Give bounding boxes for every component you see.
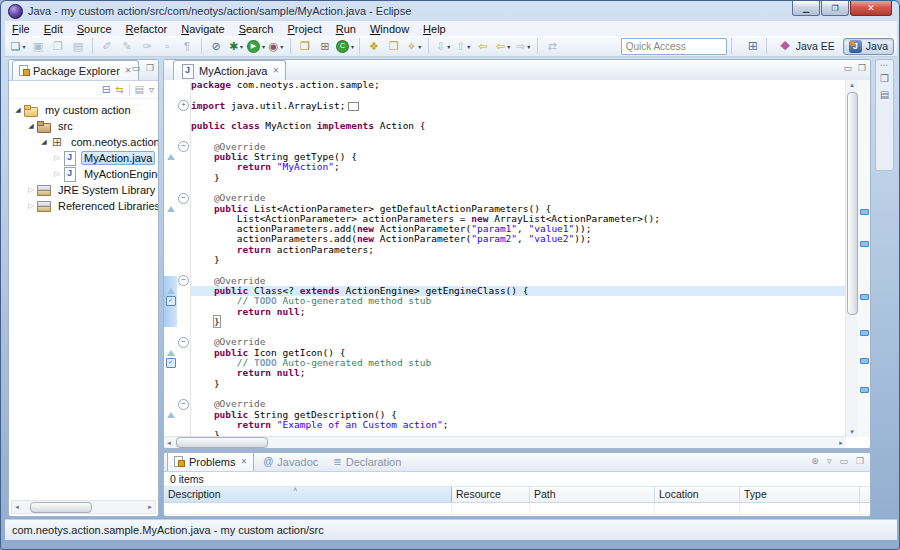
menu-source[interactable]: Source	[70, 23, 119, 35]
collapse-fold-icon[interactable]: −	[178, 193, 189, 204]
next-annotation-icon-dropdown[interactable]: ▾	[447, 43, 450, 50]
titlebar[interactable]: Java - my custom action/src/com/neotys/a…	[1, 1, 899, 21]
new-package-icon[interactable]: ⊞	[316, 37, 334, 55]
tab-package-explorer[interactable]: Package Explorer ✕	[12, 60, 139, 80]
drag-handle[interactable]: •••	[880, 62, 888, 68]
view-menu-arrow-icon[interactable]: ▿	[149, 84, 154, 95]
back-icon-dropdown[interactable]: ▾	[507, 43, 510, 50]
menu-help[interactable]: Help	[416, 23, 453, 35]
scroll-left-icon[interactable]: ◂	[12, 503, 22, 511]
editor-vscrollbar[interactable]: ▴ ▾	[845, 80, 858, 437]
column-header-resource[interactable]: Resource	[452, 487, 530, 502]
editor-hscrollbar[interactable]: ◂ ▸	[164, 436, 846, 448]
link-with-editor-icon[interactable]: ⇆	[115, 84, 123, 95]
minimize-view-icon[interactable]: ▭	[131, 63, 140, 73]
scroll-right-icon[interactable]: ▸	[836, 439, 846, 447]
new-class-icon[interactable]: C▾	[336, 37, 354, 55]
run-icon-dropdown[interactable]: ▾	[262, 43, 265, 50]
menu-edit[interactable]: Edit	[37, 23, 70, 35]
column-header-description[interactable]: Description˄	[164, 487, 452, 502]
hscroll-thumb[interactable]	[30, 502, 92, 513]
overview-marker[interactable]	[860, 387, 869, 393]
tab-myaction-java[interactable]: MyAction.java ✕	[173, 60, 286, 80]
menu-file[interactable]: File	[5, 23, 37, 35]
search-icon-dropdown[interactable]: ▾	[418, 43, 421, 50]
package-explorer-hscrollbar[interactable]: ◂ ▸	[11, 500, 156, 514]
menu-project[interactable]: Project	[281, 23, 329, 35]
perspective-java-ee[interactable]: ❖Java EE	[773, 38, 841, 55]
tree-item-my-custom-action[interactable]: ◢my custom action	[9, 102, 158, 118]
close-window-button[interactable]: ✕	[850, 1, 892, 16]
overview-marker[interactable]	[860, 294, 869, 300]
coverage-icon-dropdown[interactable]: ▾	[280, 43, 283, 50]
collapse-arrow-icon[interactable]: ◢	[39, 138, 49, 146]
minimize-view-icon[interactable]: ▭	[839, 456, 848, 466]
maximize-view-icon[interactable]: ❐	[146, 63, 154, 73]
back-icon[interactable]: ⇦▾	[494, 37, 512, 55]
menu-navigate[interactable]: Navigate	[174, 23, 231, 35]
menu-refactor[interactable]: Refactor	[119, 23, 175, 35]
collapse-all-icon[interactable]: ⊟	[102, 84, 110, 95]
minimize-window-button[interactable]: ▁	[792, 1, 820, 16]
new-wizard-icon-dropdown[interactable]: ▾	[22, 43, 25, 50]
tree-item-myactionengine-java[interactable]: ▷MyActionEngine.java	[9, 166, 158, 182]
menu-run[interactable]: Run	[329, 23, 363, 35]
minimize-editor-icon[interactable]: ▭	[843, 63, 852, 73]
tree-item-jre-system-library[interactable]: ▷JRE System Library [JavaSE-1.7	[9, 182, 158, 198]
close-icon[interactable]: ✕	[272, 66, 279, 75]
expand-arrow-icon[interactable]: ▷	[52, 154, 62, 162]
collapse-fold-icon[interactable]: −	[178, 399, 189, 410]
overview-marker[interactable]	[860, 330, 869, 336]
expand-arrow-icon[interactable]: ▷	[26, 186, 36, 194]
perspective-java[interactable]: JJava	[843, 38, 894, 55]
expand-arrow-icon[interactable]: ▷	[26, 202, 36, 210]
open-perspective-icon[interactable]: ⊞	[748, 39, 758, 53]
open-type-icon[interactable]: ❖	[365, 37, 383, 55]
folded-region-icon[interactable]	[348, 102, 359, 111]
scroll-left-icon[interactable]: ◂	[164, 439, 174, 447]
collapse-fold-icon[interactable]: −	[178, 337, 189, 348]
last-edit-location-icon[interactable]: ⇦	[474, 37, 492, 55]
restore-view-icon[interactable]: ❐	[880, 73, 889, 84]
hscroll-thumb[interactable]	[176, 437, 268, 448]
column-header-path[interactable]: Path	[530, 487, 655, 502]
tab-problems[interactable]: Problems✕	[167, 452, 254, 471]
debug-icon[interactable]: ✱▾	[227, 37, 245, 55]
tree-item-src[interactable]: ◢src	[9, 118, 158, 134]
skip-breakpoints-icon[interactable]: ⊘	[207, 37, 225, 55]
scroll-up-icon[interactable]: ▴	[846, 81, 858, 89]
run-icon[interactable]: ▶▾	[247, 37, 265, 55]
debug-icon-dropdown[interactable]: ▾	[240, 43, 243, 50]
view-menu-icon[interactable]: ▤	[135, 84, 144, 95]
collapse-fold-icon[interactable]: −	[178, 275, 189, 286]
prev-annotation-icon-dropdown[interactable]: ▾	[467, 43, 470, 50]
open-resource-icon[interactable]: ❒	[385, 37, 403, 55]
maximize-window-button[interactable]: ❐	[821, 1, 849, 16]
code-editor[interactable]: package com.neotys.action.sample;+import…	[164, 80, 846, 437]
expand-arrow-icon[interactable]: ▷	[52, 170, 62, 178]
tab-declaration[interactable]: ≣Declaration	[327, 452, 407, 471]
view-menu-icon[interactable]: ▿	[827, 456, 832, 466]
scroll-right-icon[interactable]: ▸	[145, 503, 155, 511]
overview-ruler[interactable]	[858, 80, 870, 437]
collapse-arrow-icon[interactable]: ◢	[13, 106, 23, 114]
expand-fold-icon[interactable]: +	[178, 100, 189, 111]
menu-window[interactable]: Window	[363, 23, 416, 35]
tree-item-com-neotys-action-sample[interactable]: ◢⊞com.neotys.action.sample	[9, 134, 158, 150]
tree-item-referenced-libraries[interactable]: ▷Referenced Libraries	[9, 198, 158, 214]
column-header-type[interactable]: Type	[740, 487, 860, 502]
menu-search[interactable]: Search	[232, 23, 281, 35]
outline-view-icon[interactable]: ▤	[880, 89, 889, 100]
new-wizard-icon[interactable]: ❏▾	[9, 37, 27, 55]
new-java-project-icon[interactable]: ❐	[296, 37, 314, 55]
close-icon[interactable]: ✕	[240, 457, 247, 466]
collapse-fold-icon[interactable]: −	[178, 141, 189, 152]
maximize-editor-icon[interactable]: ❐	[858, 63, 866, 73]
scroll-down-icon[interactable]: ▾	[846, 428, 858, 436]
overview-marker[interactable]	[860, 241, 869, 247]
search-icon[interactable]: ✧▾	[405, 37, 423, 55]
vscroll-thumb[interactable]	[847, 92, 858, 315]
tree-item-myaction-java[interactable]: ▷MyAction.java	[9, 150, 158, 166]
forward-icon-dropdown[interactable]: ▾	[527, 43, 530, 50]
quick-access-input[interactable]	[621, 38, 727, 55]
